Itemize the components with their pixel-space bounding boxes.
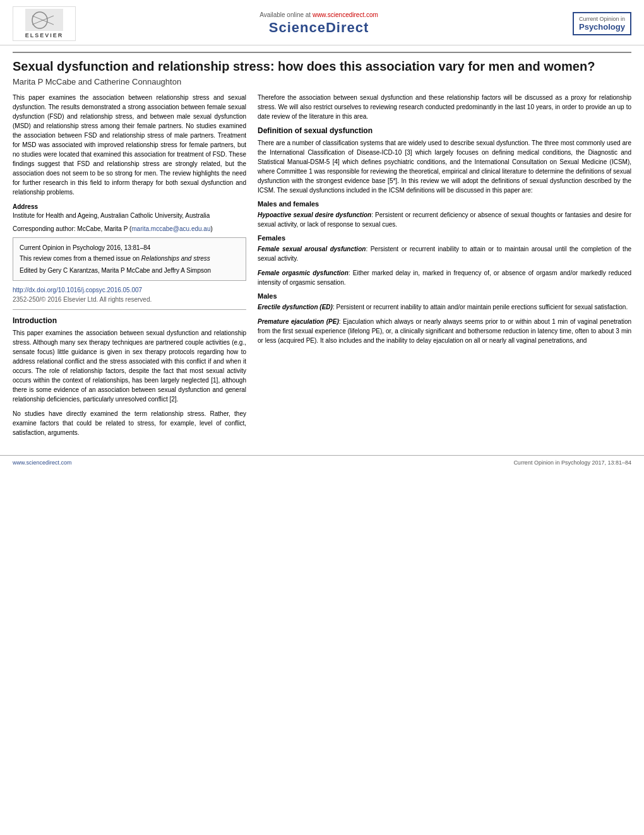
divider bbox=[13, 309, 246, 310]
premature-label: Premature ejaculation (PE) bbox=[258, 318, 339, 325]
sciencedirect-url[interactable]: www.sciencedirect.com bbox=[313, 11, 378, 18]
review-prefix: This review comes from a themed issue on bbox=[20, 255, 140, 262]
erectile-text: Erectile dysfunction (ED): Persistent or… bbox=[258, 302, 631, 312]
males-heading: Males bbox=[258, 292, 631, 300]
two-column-layout: This paper examines the association betw… bbox=[13, 93, 631, 442]
journal-badge: Current Opinion in Psychology bbox=[573, 12, 631, 35]
elsevier-logo-area: ELSEVIER bbox=[13, 6, 88, 41]
elsevier-graphic bbox=[25, 9, 63, 31]
corresponding-name: McCabe, Marita P bbox=[77, 225, 128, 232]
abstract-text: This paper examines the association betw… bbox=[13, 93, 246, 197]
sciencedirect-brand: ScienceDirect bbox=[88, 20, 549, 36]
main-content: Sexual dysfunction and relationship stre… bbox=[0, 45, 644, 449]
elsevier-label: ELSEVIER bbox=[25, 32, 64, 38]
erectile-desc: : Persistent or recurrent inability to a… bbox=[333, 304, 628, 311]
female-orgasmic-text: Female orgasmic dysfunction: Either mark… bbox=[258, 268, 631, 287]
hypoactive-label: Hypoactive sexual desire dysfunction bbox=[258, 211, 371, 218]
doi-section: http://dx.doi.org/10.1016/j.copsyc.2016.… bbox=[13, 286, 246, 293]
erectile-label: Erectile dysfunction (ED) bbox=[258, 304, 333, 311]
intro-heading: Introduction bbox=[13, 316, 246, 325]
def-text: There are a number of classification sys… bbox=[258, 138, 631, 195]
info-box: Current Opinion in Psychology 2016, 13:8… bbox=[13, 237, 246, 281]
available-online-text: Available online at www.sciencedirect.co… bbox=[88, 11, 549, 18]
address-text: Institute for Health and Ageing, Austral… bbox=[13, 211, 246, 220]
female-orgasmic-label: Female orgasmic dysfunction bbox=[258, 269, 349, 276]
review-topic: Relationships and stress bbox=[141, 255, 210, 262]
transition-text: Therefore the association between sexual… bbox=[258, 93, 631, 121]
premature-text: Premature ejaculation (PE): Ejaculation … bbox=[258, 317, 631, 345]
females-heading: Females bbox=[258, 234, 631, 242]
doi-link[interactable]: http://dx.doi.org/10.1016/j.copsyc.2016.… bbox=[13, 287, 142, 293]
footer-journal-ref: Current Opinion in Psychology 2017, 13:8… bbox=[513, 459, 631, 466]
hypoactive-text: Hypoactive sexual desire dysfunction: Pe… bbox=[258, 210, 631, 229]
corresponding-label: Corresponding author: bbox=[13, 225, 76, 232]
address-label: Address bbox=[13, 203, 246, 210]
intro-para1: This paper examines the association betw… bbox=[13, 328, 246, 404]
left-column: This paper examines the association betw… bbox=[13, 93, 246, 442]
editors: Gery C Karantzas, Marita P McCabe and Je… bbox=[47, 267, 211, 274]
journal-badge-bottom: Psychology bbox=[579, 22, 625, 32]
article-authors: Marita P McCabe and Catherine Connaughto… bbox=[13, 77, 631, 86]
page: ELSEVIER Available online at www.science… bbox=[0, 0, 644, 835]
page-header: ELSEVIER Available online at www.science… bbox=[0, 0, 644, 45]
article-title: Sexual dysfunction and relationship stre… bbox=[13, 52, 631, 74]
journal-citation: Current Opinion in Psychology 2016, 13:8… bbox=[20, 243, 239, 252]
intro-para2: No studies have directly examined the te… bbox=[13, 409, 246, 437]
corresponding-email[interactable]: marita.mccabe@acu.edu.au bbox=[131, 225, 210, 232]
journal-badge-area: Current Opinion in Psychology bbox=[549, 12, 631, 35]
males-females-heading: Males and females bbox=[258, 200, 631, 208]
address-block: Address Institute for Health and Ageing,… bbox=[13, 203, 246, 220]
page-footer: www.sciencedirect.com Current Opinion in… bbox=[0, 455, 644, 470]
def-heading: Definition of sexual dysfunction bbox=[258, 126, 631, 135]
review-info: This review comes from a themed issue on… bbox=[20, 254, 239, 263]
journal-badge-top: Current Opinion in bbox=[579, 16, 625, 22]
edited-label: Edited by bbox=[20, 267, 46, 274]
female-arousal-text: Female sexual arousal dysfunction: Persi… bbox=[258, 244, 631, 263]
corresponding-author: Corresponding author: McCabe, Marita P (… bbox=[13, 225, 246, 232]
edited-by: Edited by Gery C Karantzas, Marita P McC… bbox=[20, 266, 239, 275]
footer-url[interactable]: www.sciencedirect.com bbox=[13, 459, 72, 466]
female-arousal-label: Female sexual arousal dysfunction bbox=[258, 246, 366, 252]
elsevier-logo: ELSEVIER bbox=[13, 6, 76, 41]
header-center: Available online at www.sciencedirect.co… bbox=[88, 11, 549, 36]
right-column: Therefore the association between sexual… bbox=[258, 93, 631, 442]
copyright: 2352-250/© 2016 Elsevier Ltd. All rights… bbox=[13, 296, 246, 303]
